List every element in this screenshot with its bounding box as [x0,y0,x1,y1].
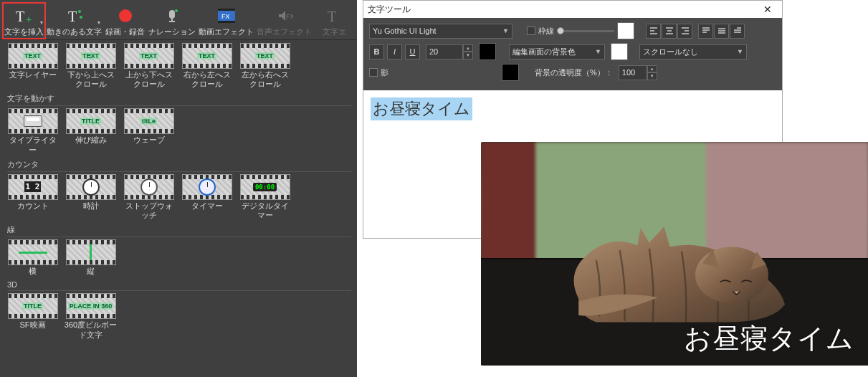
opacity-up[interactable]: ▲ [647,65,657,73]
toolbar-icon-4: FX [216,6,237,26]
toolbar-2[interactable]: 録画・録音 [104,3,146,39]
opacity-spinner[interactable]: ▲▼ [619,65,657,80]
toolbar-0[interactable]: T+文字を挿入▾ [3,3,45,39]
thumb-preview [182,174,232,200]
toolbar-icon-6: T [324,6,344,26]
thumb-rowMove-2[interactable]: tItLeウェーブ [122,108,176,154]
thumb-rowCounter-2[interactable]: ストップウォッチ [122,174,176,220]
valign-bottom-button[interactable] [730,24,745,39]
toolbar-label: 文字を挿入 [4,27,44,37]
toolbar-3[interactable]: ナレーション [148,3,197,39]
thumb-label: ストップウォッチ [122,201,176,220]
shadow-color-swatch[interactable] [502,64,519,81]
text-edit-area[interactable]: お昼寝タイム [371,97,472,120]
thumb-rowMove-0[interactable]: タイプライター [6,108,59,154]
toolbar-icon-5: FX [275,6,295,26]
svg-text:FX: FX [221,13,230,20]
border-color-swatch[interactable] [617,22,634,39]
thumb-rowCounter-4[interactable]: 00:00デジタルタイマー [238,174,292,220]
align-left-button[interactable] [646,24,661,39]
thumb-row0-1[interactable]: ↑TEXT下から上へスクロール [64,43,118,89]
thumb-label: 時計 [83,201,99,211]
opacity-down[interactable]: ▼ [647,72,657,80]
thumb-rowCounter-1[interactable]: 時計 [64,174,118,220]
preview-overlay-text: お昼寝タイム [684,320,854,357]
thumb-row3d-0[interactable]: TITLESF映画 [6,293,59,339]
toolbar-label: 録画・録音 [105,27,145,37]
thumb-row3d-1[interactable]: PLACE IN 360360度ビルボード文字 [64,293,118,339]
bg-color-combo[interactable]: 編集画面の背景色▼ [509,44,605,59]
thumb-preview [8,108,58,134]
chevron-down-icon: ▾ [40,19,43,26]
thumb-rowMove-1[interactable]: TITLE伸び縮み [64,108,118,154]
size-up[interactable]: ▲ [463,44,473,52]
thumb-label: 伸び縮み [75,135,107,145]
toolbar-icon-2 [115,6,135,26]
halign-group [646,24,692,39]
toolbar-icon-0: T+ [14,6,34,26]
underline-button[interactable]: U [405,44,420,59]
thumb-label: 横 [29,267,37,276]
thumb-preview [124,174,174,200]
font-family-label: Yu Gothic UI Light [373,27,437,35]
thumb-preview: TITLE [66,108,116,134]
svg-rect-6 [169,10,175,19]
toolbar-label: 動画エフェクト [199,27,254,37]
bg-color-swatch[interactable] [611,43,628,60]
thumb-label: SF映画 [19,320,45,330]
section-line: 線 [7,224,351,237]
video-preview: お昼寝タイム [481,142,868,366]
toolbar-1[interactable]: T動きのある文字▾ [47,3,103,39]
thumb-row0-3[interactable]: ←TEXT右から左へスクロール [180,43,234,89]
toolbar-label: ナレーション [148,27,196,37]
toolbar-label: 音声エフェクト [257,27,312,37]
align-center-button[interactable] [662,24,677,39]
opacity-input[interactable] [619,65,647,80]
thumb-rowCounter-3[interactable]: タイマー [180,174,234,220]
thumb-label: ウェーブ [133,135,165,145]
border-slider[interactable] [557,30,614,32]
valign-top-button[interactable] [698,24,713,39]
thumb-row0-4[interactable]: →TEXT左から右へスクロール [238,43,292,89]
thumb-preview [66,239,116,265]
border-checkbox[interactable] [527,27,535,35]
bg-label: 編集画面の背景色 [512,47,576,57]
thumb-rowCounter-0[interactable]: 1 2カウント [6,174,59,220]
font-family-combo[interactable]: Yu Gothic UI Light▼ [369,24,512,39]
scroll-combo[interactable]: スクロールなし▼ [639,44,747,59]
svg-point-7 [175,9,178,12]
close-icon[interactable]: ✕ [758,4,778,15]
thumb-row0-0[interactable]: TEXT文字レイヤー [6,43,59,89]
svg-text:T: T [328,9,336,24]
text-color-swatch[interactable] [479,43,496,60]
toolbar-label: 文字エ [323,27,346,37]
thumb-preview: ↑TEXT [66,43,116,69]
font-size-input[interactable] [426,44,463,59]
toolbar-5[interactable]: FX音声エフェクト [256,3,313,39]
size-down[interactable]: ▼ [463,52,473,59]
align-right-button[interactable] [677,24,692,39]
thumb-preview: tItLe [124,108,174,134]
toolbar-label: 動きのある文字 [47,27,102,37]
italic-button[interactable]: I [387,44,402,59]
thumb-label: 左から右へスクロール [238,70,292,89]
thumb-preview [8,239,58,265]
valign-middle-button[interactable] [714,24,729,39]
bold-button[interactable]: B [369,44,384,59]
svg-rect-10 [218,21,235,23]
thumb-rowLine-1[interactable]: 縦 [64,239,118,276]
shadow-checkbox[interactable] [369,68,378,77]
svg-text:T: T [68,9,77,24]
chevron-down-icon: ▾ [97,19,100,26]
thumb-row0-2[interactable]: ↓TEXT上から下へスクロール [122,43,176,89]
thumb-rowLine-0[interactable]: 横 [6,239,59,276]
toolbar-6[interactable]: T文字エ [314,3,354,39]
cat-illustration [528,204,830,334]
valign-group [698,24,745,39]
opacity-label: 背景の透明度（%）： [535,67,613,78]
border-label: 枠線 [538,26,554,37]
window-title: 文字ツール [368,4,411,16]
font-size-spinner[interactable]: ▲▼ [426,44,473,59]
toolbar-4[interactable]: FX動画エフェクト [199,3,255,39]
section-3d: 3D [7,280,351,291]
